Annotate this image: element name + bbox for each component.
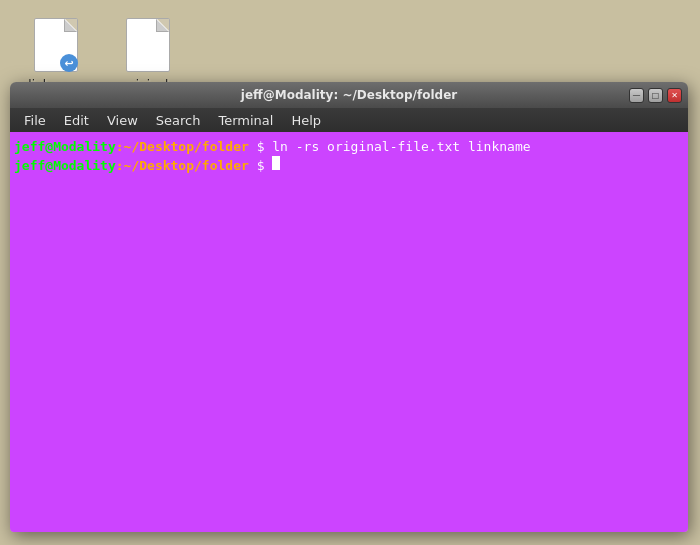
title-bar: jeff@Modality: ~/Desktop/folder — □ ✕	[10, 82, 688, 108]
terminal-content[interactable]: jeff@Modality:~/Desktop/folder $ ln -rs …	[10, 132, 688, 532]
prompt-user-1: jeff@Modality	[14, 138, 116, 156]
terminal-line-1: jeff@Modality:~/Desktop/folder $ ln -rs …	[14, 138, 684, 156]
window-controls: — □ ✕	[629, 88, 682, 103]
terminal-window: jeff@Modality: ~/Desktop/folder — □ ✕ Fi…	[10, 82, 688, 532]
linkname-icon-img: ↩	[32, 18, 80, 74]
menu-terminal[interactable]: Terminal	[210, 111, 281, 130]
close-button[interactable]: ✕	[667, 88, 682, 103]
prompt-user-2: jeff@Modality	[14, 157, 116, 175]
prompt-path-1: :~/Desktop/folder	[116, 138, 249, 156]
prompt-dollar-2: $	[249, 157, 272, 175]
menu-bar: File Edit View Search Terminal Help	[10, 108, 688, 132]
window-title: jeff@Modality: ~/Desktop/folder	[241, 88, 457, 102]
cursor	[272, 156, 280, 170]
menu-help[interactable]: Help	[283, 111, 329, 130]
menu-edit[interactable]: Edit	[56, 111, 97, 130]
menu-view[interactable]: View	[99, 111, 146, 130]
original-file-icon-img	[124, 18, 172, 74]
prompt-path-2: :~/Desktop/folder	[116, 157, 249, 175]
terminal-line-2: jeff@Modality:~/Desktop/folder $	[14, 156, 684, 175]
symlink-badge: ↩	[60, 54, 78, 72]
minimize-button[interactable]: —	[629, 88, 644, 103]
maximize-button[interactable]: □	[648, 88, 663, 103]
prompt-dollar-1: $	[249, 138, 272, 156]
desktop: ↩ linkname original-file.txt jeff@Modali…	[0, 0, 700, 545]
menu-search[interactable]: Search	[148, 111, 209, 130]
original-file-icon	[126, 18, 170, 72]
command-1: ln -rs original-file.txt linkname	[272, 138, 530, 156]
menu-file[interactable]: File	[16, 111, 54, 130]
